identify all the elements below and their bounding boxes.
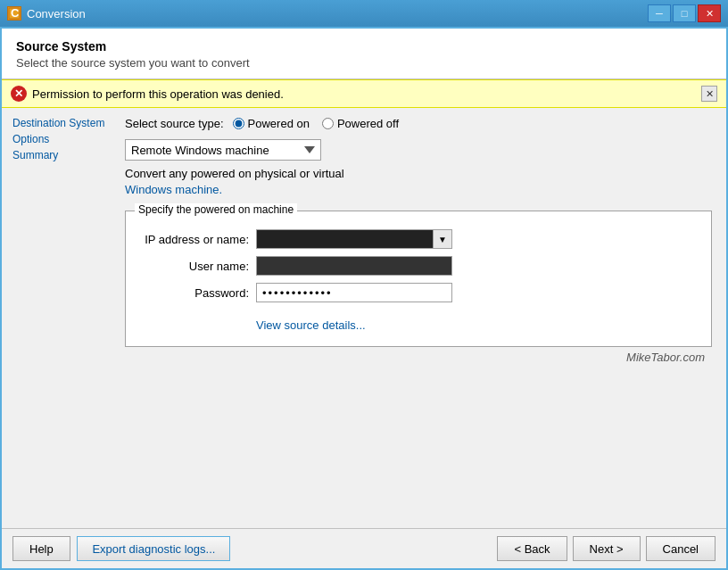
sidebar-item-destination[interactable]: Destination System [9, 115, 118, 131]
view-source-link[interactable]: View source details... [256, 318, 366, 332]
page-subtitle: Select the source system you want to con… [16, 56, 712, 70]
sidebar: Destination System Options Summary [2, 108, 118, 528]
minimize-button[interactable]: ─ [648, 4, 671, 22]
desc-line2-link[interactable]: Windows machine. [125, 183, 222, 196]
error-close-button[interactable]: ✕ [701, 86, 717, 102]
radio-powered-on-input[interactable] [233, 118, 244, 129]
back-button[interactable]: < Back [497, 536, 567, 561]
radio-powered-on-label: Powered on [248, 117, 310, 130]
header-section: Source System Select the source system y… [2, 29, 726, 79]
svg-text:C: C [11, 7, 20, 20]
error-message: Permission to perform this operation was… [32, 87, 284, 101]
cancel-button[interactable]: Cancel [646, 536, 716, 561]
group-box-title: Specify the powered on machine [135, 203, 297, 216]
content-area: Destination System Options Summary Selec… [2, 108, 726, 528]
radio-powered-on[interactable]: Powered on [233, 117, 310, 130]
radio-powered-off[interactable]: Powered off [322, 117, 399, 130]
radio-powered-off-input[interactable] [322, 118, 334, 129]
radio-powered-off-label: Powered off [337, 117, 399, 130]
main-panel: Select source type: Powered on Powered o… [118, 108, 726, 528]
page-title: Source System [16, 39, 712, 54]
radio-group: Powered on Powered off [233, 117, 400, 130]
titlebar-controls: ─ □ ✕ [648, 4, 721, 22]
error-bar-left: ✕ Permission to perform this operation w… [11, 86, 284, 102]
username-input[interactable] [256, 256, 452, 276]
ip-dropdown-button[interactable]: ▼ [433, 229, 452, 249]
titlebar-left: C Conversion [7, 6, 86, 21]
group-content: IP address or name: ▼ User name: Passwor [140, 224, 697, 332]
error-icon: ✕ [11, 86, 27, 102]
window-title: Conversion [27, 7, 86, 21]
help-button[interactable]: Help [12, 536, 70, 561]
ip-row: IP address or name: ▼ [140, 229, 697, 249]
view-source-row: View source details... [140, 311, 697, 332]
footer-left: Help Export diagnostic logs... [12, 536, 230, 561]
description-text: Convert any powered on physical or virtu… [125, 166, 712, 198]
password-row: Password: [140, 283, 697, 302]
close-button[interactable]: ✕ [698, 4, 721, 22]
app-icon: C [7, 6, 21, 21]
watermark: MikeTabor.com [125, 347, 712, 368]
ip-label: IP address or name: [140, 233, 256, 246]
password-label: Password: [140, 286, 256, 300]
maximize-button[interactable]: □ [673, 4, 696, 22]
titlebar: C Conversion ─ □ ✕ [0, 0, 728, 27]
watermark-text: MikeTabor.com [626, 351, 705, 364]
window-body: Source System Select the source system y… [0, 27, 728, 570]
dropdown-row: Remote Windows machine Local machine vCe… [125, 139, 712, 161]
sidebar-item-options[interactable]: Options [9, 131, 118, 147]
ip-input-wrapper: ▼ [256, 229, 452, 249]
desc-line1: Convert any powered on physical or virtu… [125, 167, 344, 180]
username-row: User name: [140, 256, 697, 276]
group-box: Specify the powered on machine IP addres… [125, 211, 712, 347]
error-bar: ✕ Permission to perform this operation w… [2, 79, 726, 108]
ip-address-input[interactable] [256, 229, 433, 249]
source-type-dropdown[interactable]: Remote Windows machine Local machine vCe… [125, 139, 321, 161]
export-button[interactable]: Export diagnostic logs... [77, 536, 230, 561]
username-label: User name: [140, 260, 256, 273]
footer: Help Export diagnostic logs... < Back Ne… [2, 528, 726, 568]
sidebar-item-summary[interactable]: Summary [9, 147, 118, 163]
next-button[interactable]: Next > [573, 536, 641, 561]
password-input[interactable] [256, 283, 452, 302]
source-type-row: Select source type: Powered on Powered o… [125, 117, 712, 130]
footer-right: < Back Next > Cancel [497, 536, 716, 561]
source-type-label: Select source type: [125, 117, 224, 130]
